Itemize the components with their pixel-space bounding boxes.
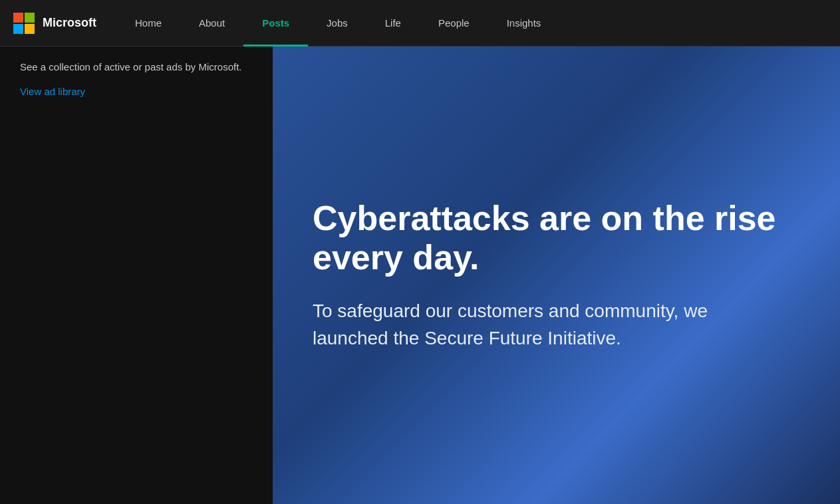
tab-about[interactable]: About — [180, 0, 243, 47]
tab-home[interactable]: Home — [116, 0, 180, 47]
navbar: Microsoft Home About Posts Jobs Life Peo… — [0, 0, 840, 47]
logo-blue — [13, 24, 23, 34]
logo-green — [25, 13, 35, 23]
microsoft-logo — [13, 13, 35, 34]
tab-posts[interactable]: Posts — [243, 0, 308, 47]
sidebar: See a collection of active or past ads b… — [0, 47, 273, 504]
view-ad-library-link[interactable]: View ad library — [20, 86, 253, 97]
tab-insights[interactable]: Insights — [488, 0, 560, 47]
brand-name: Microsoft — [43, 16, 96, 30]
main-content: See a collection of active or past ads b… — [0, 47, 840, 504]
tab-life[interactable]: Life — [366, 0, 420, 47]
brand[interactable]: Microsoft — [13, 13, 96, 34]
tab-people[interactable]: People — [420, 0, 488, 47]
hero-title: Cyberattacks are on the rise every day. — [313, 199, 778, 279]
logo-red — [13, 13, 23, 23]
hero-banner: Cyberattacks are on the rise every day. … — [273, 47, 840, 504]
sidebar-description: See a collection of active or past ads b… — [20, 60, 253, 75]
logo-yellow — [25, 24, 35, 34]
hero-subtitle: To safeguard our customers and community… — [313, 298, 765, 352]
tab-jobs[interactable]: Jobs — [308, 0, 366, 47]
nav-tabs: Home About Posts Jobs Life People Insigh… — [116, 0, 559, 47]
